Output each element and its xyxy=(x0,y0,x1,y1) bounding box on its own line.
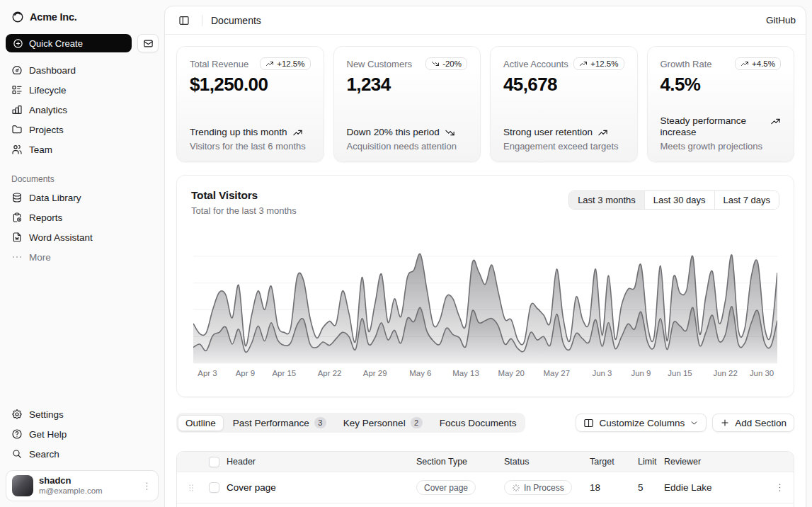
quick-create-row: Quick Create xyxy=(6,34,159,52)
nav-documents: Data Library Reports Word Assistant More xyxy=(6,188,159,266)
limit-cell[interactable]: 5 xyxy=(633,482,664,493)
section-type-badge: Cover page xyxy=(416,480,476,495)
checkbox-cell xyxy=(205,482,227,493)
metric-footer-desc: Visitors for the last 6 months xyxy=(190,141,311,152)
sidebar-item-projects[interactable]: Projects xyxy=(6,120,159,139)
trend-badge: +12.5% xyxy=(573,57,624,70)
status-label: In Process xyxy=(524,483,564,493)
header-separator xyxy=(202,15,202,26)
tab-focus-documents[interactable]: Focus Documents xyxy=(432,415,525,431)
sidebar-item-data-library[interactable]: Data Library xyxy=(6,188,159,207)
inbox-button[interactable] xyxy=(137,34,159,52)
status-badge: In Process xyxy=(504,480,572,495)
sidebar-item-team[interactable]: Team xyxy=(6,140,159,159)
trending-up-icon xyxy=(740,59,749,68)
table-header-row: HeaderSection TypeStatusTargetLimitRevie… xyxy=(177,452,794,472)
reviewer-cell[interactable]: Eddie Lake xyxy=(664,482,765,493)
row-title[interactable]: Cover page xyxy=(227,482,276,493)
list-toolbar: OutlinePast Performance3Key Personnel2Fo… xyxy=(176,413,794,433)
panel-left-icon xyxy=(178,15,190,26)
metric-value: 1,234 xyxy=(347,74,468,96)
trending-down-icon xyxy=(431,59,440,68)
metric-card-growth-rate: Growth Rate +4.5% 4.5% Steady performanc… xyxy=(647,46,795,162)
row-checkbox[interactable] xyxy=(209,482,219,493)
range-last-30-days[interactable]: Last 30 days xyxy=(644,191,714,209)
brand-name: Acme Inc. xyxy=(30,11,77,23)
circle-plus-icon xyxy=(13,38,23,49)
dashboard-icon xyxy=(11,64,23,76)
svg-text:Apr 22: Apr 22 xyxy=(318,369,342,377)
svg-text:May 6: May 6 xyxy=(409,369,431,377)
target-cell[interactable]: 18 xyxy=(585,482,633,493)
select-all-checkbox[interactable] xyxy=(209,457,219,467)
trend-badge: -20% xyxy=(425,57,467,70)
svg-text:May 20: May 20 xyxy=(498,369,525,377)
tab-past-performance[interactable]: Past Performance3 xyxy=(225,414,334,431)
brand[interactable]: Acme Inc. xyxy=(6,6,159,28)
chart-bar-icon xyxy=(11,104,23,115)
user-name: shadcn xyxy=(39,476,136,486)
svg-text:Jun 9: Jun 9 xyxy=(631,369,651,377)
quick-create-button[interactable]: Quick Create xyxy=(6,34,132,52)
plus-icon xyxy=(720,418,730,428)
status-cell: In Process xyxy=(504,480,585,495)
user-menu[interactable]: shadcn m@example.com xyxy=(6,470,159,501)
dots-vertical-icon xyxy=(142,481,152,491)
range-last-7-days[interactable]: Last 7 days xyxy=(714,191,779,209)
main-panel: Documents GitHub Total Revenue +12.5% $1… xyxy=(164,6,806,507)
sidebar-item-get-help[interactable]: Get Help xyxy=(6,425,159,443)
sidebar-item-more[interactable]: More xyxy=(6,248,159,266)
svg-text:Apr 29: Apr 29 xyxy=(363,369,387,377)
row-menu-button[interactable] xyxy=(771,479,788,496)
metric-label: New Customers xyxy=(347,57,412,69)
tab-count-badge: 2 xyxy=(411,417,423,428)
settings-icon xyxy=(11,409,23,420)
metric-card-active-accounts: Active Accounts +12.5% 45,678 Strong use… xyxy=(490,46,638,162)
database-icon xyxy=(11,192,23,203)
sidebar-item-analytics[interactable]: Analytics xyxy=(6,101,159,119)
tab-count-badge: 3 xyxy=(314,417,326,428)
customize-columns-button[interactable]: Customize Columns xyxy=(576,414,707,432)
table-row[interactable]: Cover page Cover page In Process 18 5 Ed… xyxy=(177,472,794,503)
sidebar-item-reports[interactable]: Reports xyxy=(6,208,159,227)
column-header-header: Header xyxy=(227,457,416,467)
users-icon xyxy=(11,144,23,155)
sidebar-item-word-assistant[interactable]: Word Assistant xyxy=(6,228,159,246)
metric-label: Active Accounts xyxy=(503,57,568,69)
dots-icon xyxy=(11,251,23,263)
tab-key-personnel[interactable]: Key Personnel2 xyxy=(336,414,430,431)
sidebar-toggle-button[interactable] xyxy=(175,11,193,30)
logo-icon xyxy=(11,11,24,23)
sidebar-item-search[interactable]: Search xyxy=(6,445,159,463)
table-row-partial xyxy=(177,503,794,507)
grip-vertical-icon[interactable] xyxy=(186,483,196,493)
github-link[interactable]: GitHub xyxy=(766,15,796,25)
site-header: Documents GitHub xyxy=(165,6,806,35)
chevron-down-icon xyxy=(690,418,699,428)
sidebar-item-lifecycle[interactable]: Lifecycle xyxy=(6,81,159,99)
columns-icon xyxy=(583,418,594,428)
sidebar-item-settings[interactable]: Settings xyxy=(6,405,159,423)
list-details-icon xyxy=(11,84,23,96)
svg-text:May 27: May 27 xyxy=(544,369,571,377)
quick-create-label: Quick Create xyxy=(29,38,83,49)
trending-up-icon xyxy=(597,127,608,138)
range-last-3-months[interactable]: Last 3 months xyxy=(569,191,644,209)
add-section-button[interactable]: Add Section xyxy=(712,414,794,432)
user-meta: shadcn m@example.com xyxy=(39,476,136,496)
svg-text:Jun 3: Jun 3 xyxy=(593,369,612,377)
sidebar-item-dashboard[interactable]: Dashboard xyxy=(6,61,159,79)
column-header-reviewer: Reviewer xyxy=(664,457,765,467)
metric-footer-desc: Meets growth projections xyxy=(661,141,782,152)
tab-outline[interactable]: Outline xyxy=(178,415,224,431)
metric-value: $1,250.00 xyxy=(190,74,311,96)
trending-up-icon xyxy=(265,59,274,68)
mail-icon xyxy=(143,38,154,49)
metric-value: 4.5% xyxy=(661,74,782,96)
nav-section-label-documents: Documents xyxy=(6,169,159,188)
svg-text:Apr 9: Apr 9 xyxy=(236,369,255,377)
svg-text:May 13: May 13 xyxy=(452,369,479,377)
section-type-cell: Cover page xyxy=(416,480,504,495)
select-all-header xyxy=(205,457,227,467)
sidebar: Acme Inc. Quick Create Dashboard Lifecyc… xyxy=(0,0,164,507)
